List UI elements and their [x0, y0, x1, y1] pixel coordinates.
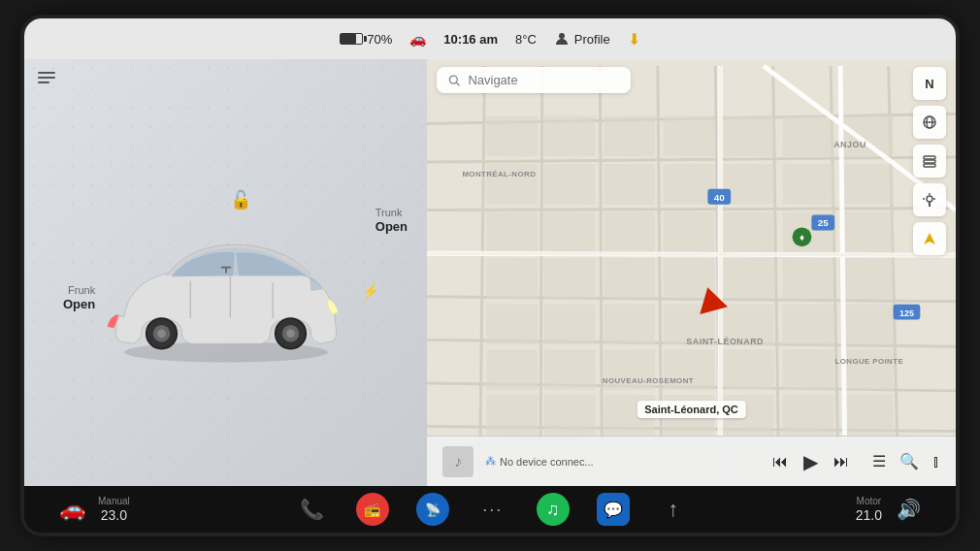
album-art: ♪: [442, 446, 474, 477]
svg-rect-43: [842, 164, 894, 205]
svg-text:25: 25: [818, 217, 830, 228]
svg-rect-55: [723, 258, 774, 299]
location-button[interactable]: [913, 183, 946, 216]
main-screen: 70% 🚗 10:16 am 8°C Profile ⬇: [24, 18, 956, 533]
svg-rect-105: [924, 156, 935, 159]
radio-icon: 📻: [356, 493, 389, 526]
svg-rect-31: [544, 115, 596, 156]
menu-button[interactable]: [38, 72, 55, 83]
location-icon: [922, 192, 937, 208]
trunk-status-value: Open: [376, 219, 408, 236]
bluetooth-device-info: ⁂ No device connec...: [485, 455, 594, 468]
search-bar[interactable]: [437, 67, 631, 93]
taskbar-right: Motor 21.0 🔊: [856, 491, 927, 528]
svg-rect-60: [604, 305, 655, 345]
svg-rect-56: [783, 258, 834, 299]
trunk-label: Trunk: [376, 206, 408, 219]
svg-text:125: 125: [899, 308, 914, 318]
clock: 10:16 am: [443, 32, 498, 47]
media-right-controls: ☰ 🔍 ⫿: [872, 452, 940, 470]
svg-point-7: [157, 329, 166, 338]
north-button[interactable]: N: [913, 67, 946, 100]
profile-label: Profile: [574, 32, 610, 47]
play-button[interactable]: ▶: [803, 450, 818, 473]
navigate-button[interactable]: [913, 222, 946, 255]
svg-point-100: [449, 76, 457, 83]
prev-button[interactable]: ⏮: [772, 453, 788, 470]
navigate-input[interactable]: [468, 73, 619, 87]
main-content: Frunk Open Trunk Open 🔓: [24, 59, 956, 486]
more-icon: ···: [482, 500, 503, 520]
svg-rect-38: [544, 164, 596, 205]
svg-rect-65: [486, 349, 538, 390]
car-svg: [90, 213, 362, 369]
nav-icon: ↑: [668, 497, 678, 522]
messages-button[interactable]: 💬: [595, 491, 632, 528]
nav-button[interactable]: ↑: [655, 491, 692, 528]
svg-line-83: [427, 253, 956, 255]
svg-rect-30: [486, 115, 538, 156]
svg-line-23: [540, 66, 542, 479]
svg-marker-109: [924, 233, 935, 244]
svg-rect-106: [924, 160, 935, 163]
search-icon: [448, 74, 460, 87]
svg-rect-64: [842, 305, 894, 345]
svg-rect-50: [842, 212, 894, 253]
left-temp-value: 23.0: [101, 507, 127, 523]
globe-button[interactable]: [913, 106, 946, 139]
right-temp-value: 21.0: [856, 507, 882, 523]
car-button[interactable]: 🚗: [53, 491, 90, 528]
svg-rect-66: [544, 349, 596, 390]
svg-rect-45: [544, 212, 596, 253]
right-temp-label: Motor: [856, 496, 882, 506]
taskbar-left: 🚗 Manual 23.0: [53, 491, 130, 528]
svg-rect-40: [664, 164, 715, 205]
volume-icon: 🔊: [897, 498, 921, 521]
map-top-bar: [427, 59, 956, 101]
battery-indicator: 70%: [340, 32, 392, 47]
svg-rect-63: [783, 305, 834, 345]
left-temp-label: Manual: [98, 496, 130, 506]
battery-percent: 70%: [367, 32, 392, 47]
phone-button[interactable]: 📞: [294, 491, 331, 528]
status-bar: 70% 🚗 10:16 am 8°C Profile ⬇: [24, 18, 956, 59]
download-icon: ⬇: [628, 30, 640, 49]
profile-button[interactable]: Profile: [554, 31, 610, 47]
volume-button[interactable]: 🔊: [890, 491, 927, 528]
spotify-button[interactable]: ♫: [535, 491, 572, 528]
map-background: 40 25 125 ♦ ANJOU MONTRÉAL-NORD SAINT-LÉ…: [427, 59, 956, 486]
next-button[interactable]: ⏭: [833, 453, 849, 470]
layers-button[interactable]: [913, 145, 946, 178]
temperature-display: 8°C: [515, 32, 537, 47]
media-bar: ♪ ⁂ No device connec... ⏮ ▶ ⏭ ☰ 🔍 ⫿: [427, 436, 956, 486]
device-name: No device connec...: [500, 456, 594, 468]
svg-text:MONTRÉAL-NORD: MONTRÉAL-NORD: [462, 170, 536, 178]
svg-rect-53: [604, 258, 655, 299]
spotify-icon: ♫: [537, 493, 570, 526]
phone-icon: 📞: [300, 498, 324, 521]
siriusxm-button[interactable]: 📡: [414, 491, 451, 528]
svg-rect-12: [225, 267, 227, 274]
svg-line-101: [456, 82, 459, 85]
panel-top-bar: [24, 59, 427, 96]
svg-text:40: 40: [714, 192, 726, 203]
radio-button[interactable]: 📻: [354, 491, 391, 528]
search-media-button[interactable]: 🔍: [899, 452, 919, 470]
queue-button[interactable]: ☰: [872, 452, 886, 470]
svg-rect-59: [544, 305, 596, 345]
battery-icon: [340, 33, 363, 45]
car-status-icon: 🚗: [409, 31, 426, 47]
charging-icon: ⚡: [362, 283, 378, 299]
svg-rect-34: [723, 115, 774, 156]
svg-rect-78: [842, 395, 894, 436]
more-button[interactable]: ···: [474, 491, 511, 528]
svg-rect-42: [783, 164, 834, 205]
bluetooth-icon: ⁂: [485, 455, 496, 468]
music-note-icon: ♪: [454, 453, 462, 470]
messages-icon: 💬: [597, 493, 630, 526]
svg-point-108: [927, 196, 932, 202]
equalizer-button[interactable]: ⫿: [932, 453, 940, 470]
right-temp-display: Motor 21.0: [856, 496, 882, 524]
svg-text:ANJOU: ANJOU: [833, 140, 866, 149]
svg-point-10: [286, 329, 295, 338]
